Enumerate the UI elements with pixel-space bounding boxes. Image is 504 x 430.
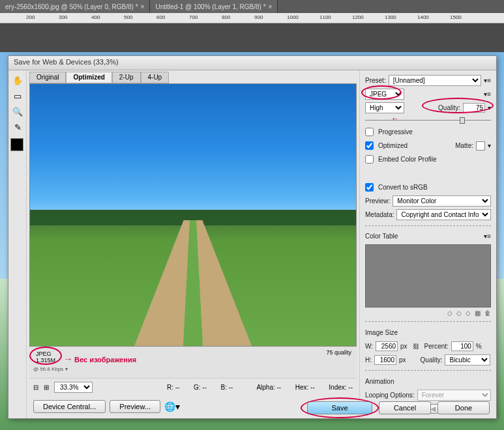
menu-icon[interactable]: ▾≡ bbox=[484, 233, 491, 240]
eyedropper-tool-icon[interactable]: ✎ bbox=[10, 120, 25, 134]
height-input[interactable] bbox=[374, 355, 396, 365]
zoom-tool-icon[interactable]: 🔍 bbox=[10, 104, 25, 119]
ruler-mark: 400 bbox=[91, 14, 100, 20]
device-central-button[interactable]: Device Central... bbox=[33, 400, 106, 413]
r-readout: R: -- bbox=[167, 384, 179, 391]
tool-column: ✋ ▭ 🔍 ✎ bbox=[8, 70, 27, 418]
dialog-titlebar[interactable]: Save for Web & Devices (33,3%) bbox=[8, 56, 496, 70]
percent-input[interactable] bbox=[451, 341, 473, 351]
px-label: px bbox=[399, 356, 406, 364]
color-table[interactable] bbox=[365, 244, 491, 308]
quality-input[interactable] bbox=[463, 103, 485, 113]
matte-swatch[interactable] bbox=[476, 141, 485, 150]
hand-tool-icon[interactable]: ✋ bbox=[10, 73, 25, 87]
h-label: H: bbox=[365, 356, 372, 364]
browser-preview-icon[interactable]: 🌐▾ bbox=[164, 401, 180, 412]
doc-tab-1[interactable]: Untitled-1 @ 100% (Layer 1, RGB/8) *× bbox=[150, 0, 278, 13]
document-tabs: ery-2560x1600.jpg @ 50% (Layer 0, RGB/8)… bbox=[0, 0, 504, 13]
hex-readout: Hex: -- bbox=[295, 384, 315, 391]
quality-preset-select[interactable]: High bbox=[365, 102, 404, 113]
w-label: W: bbox=[365, 343, 373, 350]
chevron-down-icon[interactable]: ▾ bbox=[488, 104, 491, 111]
ruler-mark: 500 bbox=[124, 14, 132, 20]
ct-icon[interactable]: ▦ bbox=[475, 309, 481, 317]
width-input[interactable] bbox=[376, 341, 398, 351]
zoom-in-icon[interactable]: ⊞ bbox=[44, 384, 49, 391]
metadata-label: Metadata: bbox=[365, 211, 394, 218]
preview-image bbox=[30, 84, 356, 346]
b-readout: B: -- bbox=[221, 384, 233, 391]
color-swatch[interactable] bbox=[10, 138, 23, 151]
footer-buttons: Save Cancel Done bbox=[307, 401, 490, 414]
pct-label: Percent: bbox=[424, 343, 449, 350]
ruler-mark: 1000 bbox=[287, 14, 299, 20]
quality-readout: 75 quality bbox=[326, 349, 351, 356]
menu-icon[interactable]: ▾≡ bbox=[484, 77, 491, 84]
save-for-web-dialog: Save for Web & Devices (33,3%) ✋ ▭ 🔍 ✎ O… bbox=[8, 55, 497, 419]
preset-label: Preset: bbox=[365, 77, 386, 84]
annotation-arrow-icon: → bbox=[64, 354, 73, 364]
embed-profile-checkbox[interactable] bbox=[365, 155, 374, 164]
alpha-readout: Alpha: -- bbox=[256, 384, 281, 391]
preview-select[interactable]: Monitor Color bbox=[393, 195, 491, 207]
ruler-mark: 800 bbox=[222, 14, 230, 20]
save-button[interactable]: Save bbox=[307, 401, 372, 414]
zoom-select[interactable]: 33.3% bbox=[54, 382, 93, 393]
speed-label: @ 56.6 Kbps bbox=[33, 366, 63, 372]
optimized-checkbox[interactable] bbox=[365, 141, 374, 150]
menu-icon[interactable]: ▾≡ bbox=[484, 91, 491, 98]
g-readout: G: -- bbox=[194, 384, 207, 391]
done-button[interactable]: Done bbox=[437, 401, 490, 414]
close-icon[interactable]: × bbox=[141, 3, 145, 10]
quality-label: Quality: bbox=[438, 104, 460, 111]
preset-select[interactable]: [Unnamed] bbox=[389, 75, 481, 86]
preview-button[interactable]: Preview... bbox=[110, 400, 160, 413]
chevron-down-icon[interactable]: ▾ bbox=[488, 142, 491, 149]
close-icon[interactable]: × bbox=[269, 3, 273, 10]
center-panel: Original Optimized 2-Up 4-Up JPEG 1.315M bbox=[27, 70, 359, 418]
doc-tab-0[interactable]: ery-2560x1600.jpg @ 50% (Layer 0, RGB/8)… bbox=[0, 0, 150, 13]
trash-icon[interactable]: 🗑 bbox=[484, 309, 491, 317]
ruler-mark: 1300 bbox=[385, 14, 396, 20]
ruler-mark: 1500 bbox=[450, 14, 462, 20]
format-label: JPEG bbox=[36, 351, 55, 357]
zoom-out-icon[interactable]: ⊟ bbox=[33, 384, 38, 391]
ruler: 200 300 400 500 600 700 800 900 1000 110… bbox=[0, 13, 504, 23]
ruler-mark: 1100 bbox=[319, 14, 331, 20]
index-readout: Index: -- bbox=[329, 384, 353, 391]
convert-srgb-checkbox[interactable] bbox=[365, 183, 374, 192]
progressive-label: Progressive bbox=[378, 128, 413, 136]
matte-label: Matte: bbox=[455, 142, 473, 149]
annotation-text: Вес изображения bbox=[74, 356, 136, 364]
resample-select[interactable]: Bicubic bbox=[445, 354, 490, 366]
cancel-button[interactable]: Cancel bbox=[379, 401, 431, 414]
filesize-label: 1.315M bbox=[36, 357, 55, 364]
metadata-select[interactable]: Copyright and Contact Info bbox=[396, 209, 491, 220]
ruler-mark: 600 bbox=[156, 14, 165, 20]
right-panel: Preset:[Unnamed]▾≡ JPEG ▾≡ High Quality:… bbox=[359, 70, 496, 418]
tab-2up[interactable]: 2-Up bbox=[112, 72, 141, 83]
px-label: px bbox=[400, 343, 408, 350]
ct-icon[interactable]: ◇ bbox=[456, 309, 462, 317]
ruler-mark: 900 bbox=[254, 14, 263, 20]
info-strip: JPEG 1.315M → Вес изображения 75 quality… bbox=[29, 347, 357, 378]
quality-slider[interactable]: ← bbox=[365, 117, 491, 122]
tab-original[interactable]: Original bbox=[29, 72, 66, 83]
progressive-checkbox[interactable] bbox=[365, 128, 374, 136]
bottom-bar: ⊟ ⊞ 33.3% R: -- G: -- B: -- Alpha: -- He… bbox=[29, 378, 357, 396]
ruler-mark: 300 bbox=[59, 14, 67, 20]
tab-4up[interactable]: 4-Up bbox=[141, 72, 170, 83]
ruler-mark: 1400 bbox=[417, 14, 429, 20]
doc-tab-label: ery-2560x1600.jpg @ 50% (Layer 0, RGB/8)… bbox=[5, 3, 138, 10]
format-select[interactable]: JPEG bbox=[365, 89, 404, 100]
tab-optimized[interactable]: Optimized bbox=[66, 72, 111, 83]
slice-tool-icon[interactable]: ▭ bbox=[10, 89, 25, 103]
optimized-label: Optimized bbox=[378, 142, 408, 149]
pct-sym: % bbox=[476, 343, 482, 350]
ruler-mark: 200 bbox=[26, 14, 35, 20]
ct-icon[interactable]: ◇ bbox=[466, 309, 471, 317]
ct-icon[interactable]: ◇ bbox=[447, 309, 452, 317]
loop-label: Looping Options: bbox=[365, 392, 415, 399]
preview-box[interactable] bbox=[29, 83, 357, 347]
link-icon[interactable]: ⛓ bbox=[413, 343, 419, 350]
